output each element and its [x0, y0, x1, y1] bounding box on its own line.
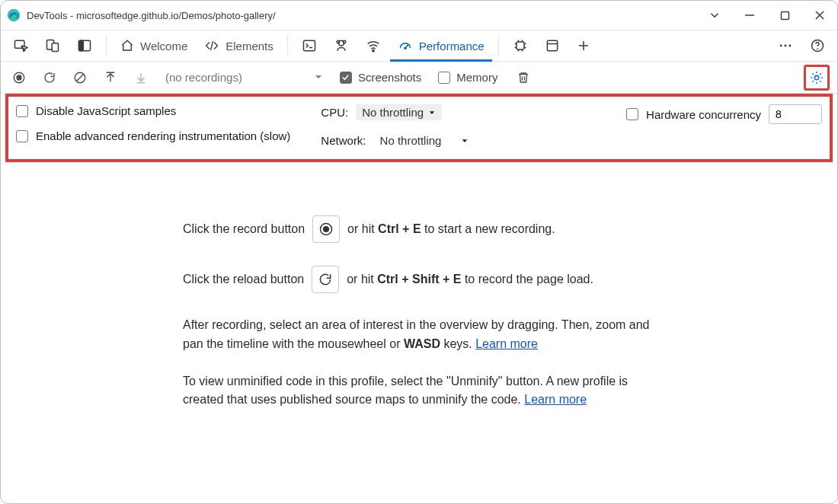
tab-label: Elements: [225, 40, 273, 53]
hw-concurrency-label: Hardware concurrency: [646, 108, 761, 121]
settings-left-column: Disable JavaScript samples Enable advanc…: [16, 104, 290, 148]
help-paragraph: After recording, select an area of inter…: [183, 316, 655, 354]
cpu-value: No throttling: [362, 106, 424, 119]
memory-checkbox[interactable]: Memory: [438, 71, 497, 84]
home-icon: [120, 39, 134, 53]
disable-js-samples-checkbox[interactable]: Disable JavaScript samples: [16, 104, 290, 117]
performance-toolbar: (no recordings) Screenshots Memory: [1, 62, 837, 94]
svg-point-32: [780, 45, 782, 47]
svg-point-38: [17, 75, 21, 80]
tab-elements[interactable]: Elements: [197, 30, 281, 61]
tab-dropdown-button[interactable]: [697, 1, 732, 30]
cpu-throttling-select[interactable]: No throttling: [356, 104, 442, 120]
performance-empty-state: Click the record button or hit Ctrl + E …: [1, 162, 837, 503]
svg-point-48: [814, 75, 818, 79]
help-text: Click the reload button: [183, 270, 304, 289]
disable-js-label: Disable JavaScript samples: [36, 104, 176, 117]
capture-settings-panel: Disable JavaScript samples Enable advanc…: [5, 94, 833, 162]
upload-profile-button[interactable]: [100, 67, 121, 88]
cpu-label: CPU:: [321, 106, 348, 119]
minimize-button[interactable]: [732, 1, 767, 30]
svg-point-16: [373, 50, 374, 52]
settings-right-column: Hardware concurrency: [626, 104, 822, 148]
device-emulation-button[interactable]: [37, 30, 68, 61]
tab-label: Welcome: [140, 40, 187, 53]
svg-marker-45: [315, 75, 321, 79]
edge-favicon: [7, 8, 21, 22]
advanced-rendering-label: Enable advanced rendering instrumentatio…: [36, 129, 290, 142]
chevron-down-icon: [428, 109, 436, 116]
reload-icon: [312, 266, 339, 293]
capture-settings-button[interactable]: [804, 65, 830, 91]
help-button[interactable]: [802, 30, 833, 61]
more-tools-button[interactable]: [770, 30, 801, 61]
network-value: No throttling: [380, 134, 442, 147]
download-profile-button[interactable]: [130, 67, 152, 88]
learn-more-link[interactable]: Learn more: [524, 393, 587, 406]
reload-record-button[interactable]: [39, 67, 60, 88]
svg-point-34: [788, 45, 791, 47]
checkbox-icon: [438, 72, 450, 84]
screenshots-label: Screenshots: [358, 71, 421, 84]
help-paragraph: To view unminified code in this profile,…: [183, 372, 655, 410]
checkbox-icon: [626, 108, 638, 120]
titlebar: DevTools - microsoftedge.github.io/Demos…: [1, 1, 837, 30]
learn-more-link[interactable]: Learn more: [475, 337, 538, 350]
network-label: Network:: [321, 134, 366, 147]
screenshots-checkbox[interactable]: Screenshots: [340, 71, 421, 84]
svg-rect-11: [303, 40, 315, 50]
svg-marker-50: [462, 139, 468, 142]
tab-console[interactable]: [294, 30, 325, 61]
recordings-placeholder: (no recordings): [165, 71, 242, 84]
help-text: or hit Ctrl + E to start a new recording…: [347, 220, 555, 239]
tab-sources[interactable]: [326, 30, 357, 61]
main-toolbar: Welcome Elements Performance: [1, 30, 837, 62]
svg-point-15: [343, 40, 345, 43]
svg-rect-7: [52, 43, 58, 52]
tab-performance[interactable]: Performance: [390, 30, 492, 61]
record-icon: [312, 215, 340, 243]
tab-application[interactable]: [537, 30, 568, 61]
svg-rect-9: [79, 40, 84, 50]
recordings-dropdown-icon[interactable]: [314, 71, 323, 84]
svg-point-36: [817, 48, 818, 49]
dock-side-button[interactable]: [69, 30, 100, 61]
tab-network[interactable]: [358, 30, 389, 61]
help-text: Click the record button: [183, 220, 305, 239]
svg-rect-28: [547, 40, 557, 50]
checkbox-icon: [16, 105, 28, 117]
delete-profile-button[interactable]: [513, 67, 534, 88]
tab-memory[interactable]: [505, 30, 536, 61]
help-text: or hit Ctrl + Shift + E to record the pa…: [347, 270, 593, 289]
advanced-rendering-checkbox[interactable]: Enable advanced rendering instrumentatio…: [16, 129, 290, 142]
gauge-icon: [398, 38, 413, 53]
svg-point-18: [405, 47, 406, 49]
record-button[interactable]: [8, 67, 30, 88]
inspect-element-button[interactable]: [5, 30, 36, 61]
add-tab-button[interactable]: [569, 30, 598, 61]
svg-marker-49: [430, 111, 435, 114]
window-title: DevTools - microsoftedge.github.io/Demos…: [27, 10, 276, 21]
close-button[interactable]: [802, 1, 837, 30]
svg-rect-19: [517, 42, 524, 49]
maximize-button[interactable]: [767, 1, 802, 30]
code-icon: [204, 39, 219, 53]
hw-concurrency-input[interactable]: [769, 104, 822, 124]
settings-mid-column: CPU: No throttling Network: No throttlin…: [321, 104, 475, 148]
tab-label: Performance: [419, 40, 485, 53]
devtools-window: DevTools - microsoftedge.github.io/Demos…: [0, 0, 838, 504]
tab-welcome[interactable]: Welcome: [113, 30, 195, 61]
svg-rect-2: [781, 11, 788, 19]
checkbox-checked-icon: [340, 72, 352, 84]
chevron-down-icon: [461, 137, 469, 145]
clear-button[interactable]: [69, 67, 91, 88]
svg-point-33: [785, 45, 787, 47]
svg-line-10: [211, 41, 213, 50]
network-throttling-select[interactable]: No throttling: [374, 132, 475, 148]
svg-point-52: [324, 227, 329, 232]
svg-line-40: [77, 74, 84, 81]
svg-point-14: [337, 40, 339, 43]
checkbox-icon: [16, 130, 28, 142]
memory-label: Memory: [456, 71, 497, 84]
